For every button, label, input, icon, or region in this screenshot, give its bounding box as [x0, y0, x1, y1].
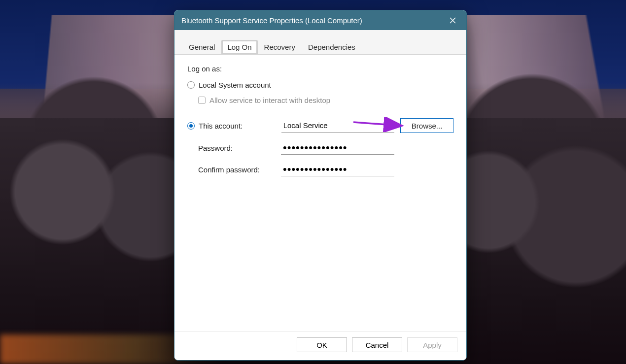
confirm-password-row: Confirm password: — [198, 163, 453, 176]
tab-strip: General Log On Recovery Dependencies — [174, 30, 466, 55]
apply-button: Apply — [407, 337, 457, 352]
tab-recovery[interactable]: Recovery — [258, 39, 302, 55]
account-name-input[interactable] — [281, 119, 395, 132]
close-icon — [450, 17, 456, 24]
close-button[interactable] — [442, 13, 463, 28]
password-label: Password: — [198, 144, 281, 152]
checkbox-interact-label: Allow service to interact with desktop — [209, 96, 330, 104]
log-on-as-label: Log on as: — [187, 65, 453, 73]
confirm-password-input[interactable] — [281, 163, 394, 176]
password-input[interactable] — [281, 141, 394, 155]
tab-content-log-on: Log on as: Local System account Allow se… — [174, 55, 466, 331]
confirm-password-label: Confirm password: — [198, 165, 281, 174]
browse-button[interactable]: Browse... — [400, 118, 453, 133]
tab-log-on[interactable]: Log On — [221, 40, 257, 55]
radio-local-system[interactable]: Local System account — [187, 81, 453, 89]
titlebar[interactable]: Bluetooth Support Service Properties (Lo… — [174, 10, 466, 30]
dialog-footer: OK Cancel Apply — [174, 331, 466, 360]
password-row: Password: — [198, 141, 453, 155]
cancel-button[interactable]: Cancel — [352, 337, 402, 352]
ok-button[interactable]: OK — [297, 337, 347, 352]
window-title: Bluetooth Support Service Properties (Lo… — [181, 16, 442, 25]
radio-local-system-label: Local System account — [199, 81, 271, 89]
checkbox-interact-desktop: Allow service to interact with desktop — [198, 96, 453, 104]
service-properties-dialog: Bluetooth Support Service Properties (Lo… — [174, 10, 467, 361]
radio-this-account-label: This account: — [199, 122, 281, 130]
radio-icon — [187, 81, 195, 89]
radio-icon — [187, 122, 195, 130]
checkbox-icon — [198, 97, 206, 104]
tab-dependencies[interactable]: Dependencies — [302, 39, 362, 55]
radio-this-account[interactable]: This account: Browse... — [187, 118, 453, 133]
tab-general[interactable]: General — [182, 39, 221, 55]
